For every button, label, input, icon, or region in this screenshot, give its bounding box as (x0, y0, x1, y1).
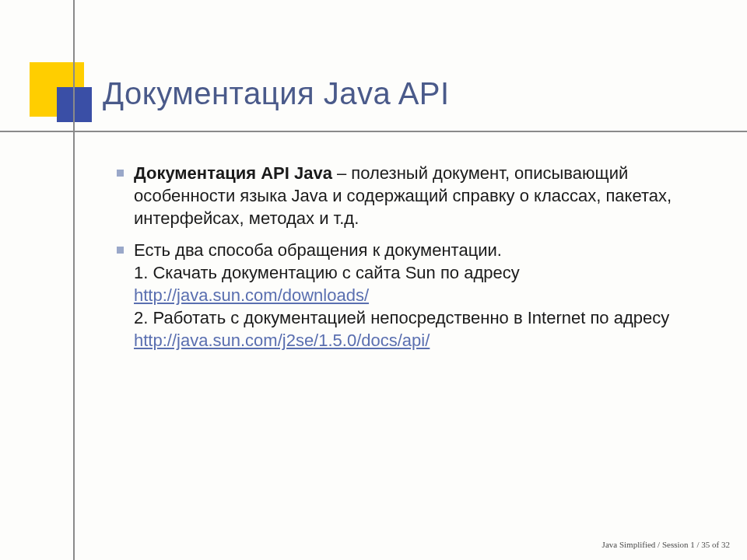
slide: Документация Java API Документация API J… (0, 0, 747, 560)
bullet-text: 2. Работать с документацией непосредстве… (134, 308, 669, 327)
decor-horizontal-rule (0, 131, 747, 132)
decor-vertical-rule (73, 0, 75, 560)
slide-body: Документация API Java – полезный докумен… (117, 162, 708, 361)
bullet-text: 1. Скачать документацию с сайта Sun по а… (134, 263, 520, 282)
bullet-item: Документация API Java – полезный докумен… (117, 162, 708, 229)
bullet-item: Есть два способа обращения к документаци… (117, 239, 708, 352)
link-downloads[interactable]: http://java.sun.com/downloads/ (134, 285, 369, 305)
slide-footer: Java Simplified / Session 1 / 35 of 32 (602, 540, 730, 549)
bullet-text: Есть два способа обращения к документаци… (134, 240, 502, 260)
bullet-bold-lead: Документация API Java (134, 163, 332, 183)
slide-title: Документация Java API (103, 76, 450, 111)
link-docs-api[interactable]: http://java.sun.com/j2se/1.5.0/docs/api/ (134, 331, 430, 350)
